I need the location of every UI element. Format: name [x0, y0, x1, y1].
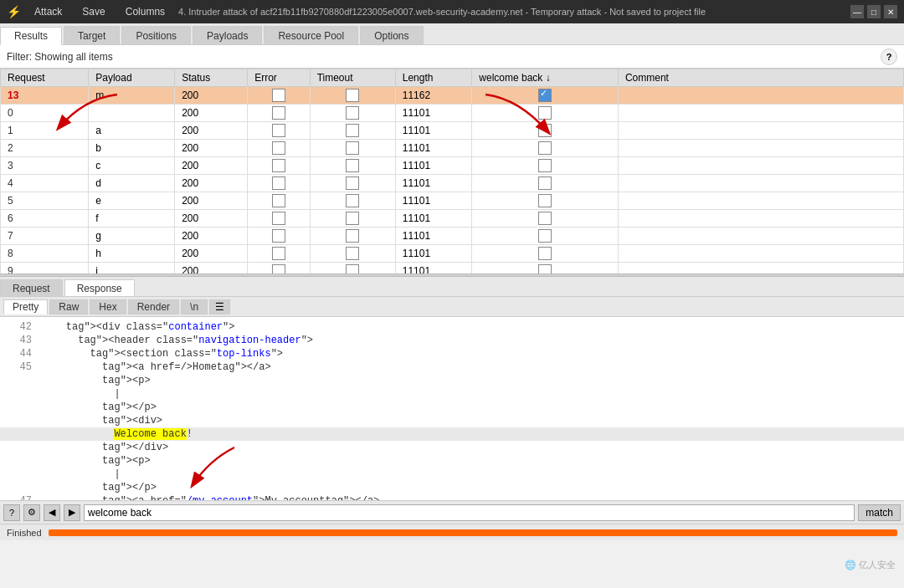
- code-line: tag"><p>: [0, 454, 904, 468]
- table-row[interactable]: 020011101: [1, 105, 904, 122]
- cell-timeout[interactable]: [310, 210, 395, 228]
- cell-comment: [618, 122, 903, 140]
- table-row[interactable]: 2b20011101: [1, 140, 904, 157]
- cell-status: 200: [175, 122, 248, 140]
- tab-request[interactable]: Request: [0, 279, 63, 296]
- cell-error[interactable]: [248, 192, 310, 210]
- view-tab-raw[interactable]: Raw: [49, 299, 88, 314]
- status-text: Finished: [7, 528, 42, 538]
- tab-options[interactable]: Options: [360, 26, 423, 44]
- cell-comment: [618, 245, 903, 263]
- cell-error[interactable]: [248, 245, 310, 263]
- menu-save[interactable]: Save: [75, 6, 111, 18]
- col-payload[interactable]: Payload: [89, 69, 175, 87]
- code-line: 45 tag"><a href=/>Hometag"></a>: [0, 360, 904, 374]
- cell-length: 11101: [395, 157, 472, 175]
- table-row[interactable]: 8h20011101: [1, 245, 904, 263]
- line-content: Welcome back!: [42, 427, 193, 441]
- cell-welcome-back[interactable]: [472, 157, 619, 175]
- cell-welcome-back[interactable]: [472, 175, 619, 192]
- cell-welcome-back[interactable]: [472, 122, 619, 140]
- cell-timeout[interactable]: [310, 228, 395, 245]
- cell-error[interactable]: [248, 140, 310, 157]
- view-tab-hex[interactable]: Hex: [90, 299, 126, 314]
- search-settings-button[interactable]: ⚙: [23, 504, 40, 521]
- tab-response[interactable]: Response: [64, 279, 135, 296]
- search-back-button[interactable]: ◀: [44, 504, 60, 521]
- cell-timeout[interactable]: [310, 263, 395, 274]
- cell-payload: i: [89, 263, 175, 274]
- table-row[interactable]: 6f20011101: [1, 210, 904, 228]
- cell-error[interactable]: [248, 175, 310, 192]
- cell-welcome-back[interactable]: [472, 210, 619, 228]
- view-tab-pretty[interactable]: Pretty: [3, 299, 48, 314]
- cell-error[interactable]: [248, 122, 310, 140]
- col-status[interactable]: Status: [175, 69, 248, 87]
- table-row[interactable]: 13m20011162: [1, 87, 904, 105]
- cell-timeout[interactable]: [310, 157, 395, 175]
- tab-positions[interactable]: Positions: [121, 26, 191, 44]
- col-comment[interactable]: Comment: [618, 69, 903, 87]
- match-button[interactable]: match: [858, 504, 901, 521]
- cell-welcome-back[interactable]: [472, 140, 619, 157]
- cell-welcome-back[interactable]: [472, 192, 619, 210]
- line-number: [7, 468, 32, 481]
- cell-status: 200: [175, 105, 248, 122]
- line-content: |: [42, 387, 121, 401]
- cell-error[interactable]: [248, 263, 310, 274]
- tab-results[interactable]: Results: [0, 27, 62, 45]
- cell-timeout[interactable]: [310, 140, 395, 157]
- results-table-container: Request Payload Status Error Timeout Len…: [0, 69, 904, 274]
- col-request[interactable]: Request: [1, 69, 89, 87]
- line-content: tag"><section class="top-links">: [42, 347, 283, 360]
- maximize-button[interactable]: □: [867, 5, 881, 18]
- search-forward-button[interactable]: ▶: [64, 504, 80, 521]
- cell-status: 200: [175, 263, 248, 274]
- cell-welcome-back[interactable]: [472, 245, 619, 263]
- cell-timeout[interactable]: [310, 105, 395, 122]
- table-row[interactable]: 1a20011101: [1, 122, 904, 140]
- cell-error[interactable]: [248, 105, 310, 122]
- table-row[interactable]: 9i20011101: [1, 263, 904, 274]
- cell-error[interactable]: [248, 228, 310, 245]
- col-welcome-back[interactable]: welcome back ↓: [472, 69, 619, 87]
- cell-request: 13: [1, 87, 89, 105]
- view-tab-newline[interactable]: \n: [181, 299, 208, 314]
- cell-timeout[interactable]: [310, 192, 395, 210]
- cell-request: 8: [1, 245, 89, 263]
- view-options-icon[interactable]: ☰: [209, 299, 230, 314]
- tab-target[interactable]: Target: [64, 26, 120, 44]
- help-button[interactable]: ?: [881, 49, 897, 65]
- cell-timeout[interactable]: [310, 87, 395, 105]
- cell-error[interactable]: [248, 210, 310, 228]
- minimize-button[interactable]: —: [850, 5, 864, 18]
- search-input[interactable]: [84, 504, 855, 521]
- cell-welcome-back[interactable]: [472, 228, 619, 245]
- cell-welcome-back[interactable]: [472, 87, 619, 105]
- view-tab-render[interactable]: Render: [128, 299, 179, 314]
- window-title: 4. Intruder attack of acf21fb11fb9270880…: [178, 7, 706, 17]
- close-button[interactable]: ✕: [884, 5, 897, 18]
- cell-timeout[interactable]: [310, 245, 395, 263]
- menu-attack[interactable]: Attack: [28, 6, 69, 18]
- col-error[interactable]: Error: [248, 69, 310, 87]
- tab-payloads[interactable]: Payloads: [193, 26, 262, 44]
- table-row[interactable]: 3c20011101: [1, 157, 904, 175]
- cell-welcome-back[interactable]: [472, 263, 619, 274]
- cell-timeout[interactable]: [310, 122, 395, 140]
- cell-payload: a: [89, 122, 175, 140]
- cell-welcome-back[interactable]: [472, 105, 619, 122]
- table-row[interactable]: 7g20011101: [1, 228, 904, 245]
- cell-error[interactable]: [248, 157, 310, 175]
- col-timeout[interactable]: Timeout: [310, 69, 395, 87]
- cell-error[interactable]: [248, 87, 310, 105]
- cell-timeout[interactable]: [310, 175, 395, 192]
- tab-resource-pool[interactable]: Resource Pool: [264, 26, 358, 44]
- table-row[interactable]: 4d20011101: [1, 175, 904, 192]
- col-length[interactable]: Length: [395, 69, 472, 87]
- menu-columns[interactable]: Columns: [119, 6, 172, 18]
- table-row[interactable]: 5e20011101: [1, 192, 904, 210]
- search-help-button[interactable]: ?: [3, 504, 20, 521]
- cell-status: 200: [175, 192, 248, 210]
- cell-request: 9: [1, 263, 89, 274]
